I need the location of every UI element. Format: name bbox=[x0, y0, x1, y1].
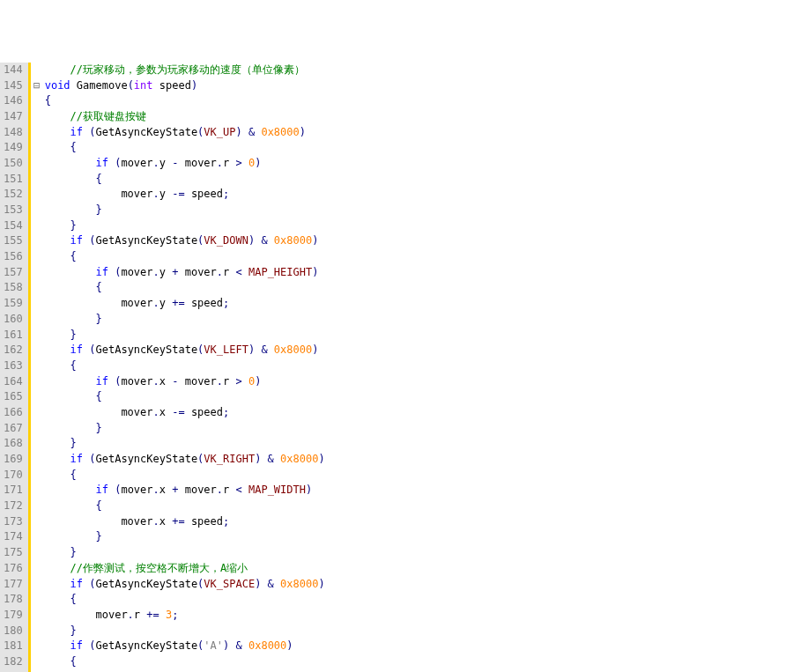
code-line[interactable]: } bbox=[45, 312, 325, 328]
token: speed bbox=[185, 188, 223, 200]
fold-marker bbox=[31, 125, 43, 141]
code-line[interactable]: { bbox=[45, 93, 325, 109]
code-line[interactable]: if (mover.y - mover.r > 0) bbox=[45, 156, 325, 172]
code-line[interactable]: if (GetAsyncKeyState(VK_UP) & 0x8000) bbox=[45, 125, 325, 141]
line-number: 166 bbox=[4, 405, 23, 421]
token: mover bbox=[178, 375, 216, 388]
token: } bbox=[95, 203, 101, 216]
line-number: 147 bbox=[4, 109, 23, 125]
token: 'A' bbox=[204, 639, 223, 652]
fold-column: ⊟ bbox=[31, 63, 43, 672]
token: > bbox=[236, 157, 242, 169]
token: ) bbox=[312, 234, 318, 247]
token: . bbox=[153, 484, 159, 496]
code-line[interactable]: if (mover.x + mover.r < MAP_WIDTH) bbox=[45, 483, 325, 498]
line-number: 157 bbox=[4, 265, 23, 281]
token: if bbox=[95, 157, 107, 169]
token bbox=[45, 437, 70, 449]
code-line[interactable]: if (GetAsyncKeyState(VK_LEFT) & 0x8000) bbox=[45, 343, 325, 358]
token: mover bbox=[178, 266, 216, 278]
code-line[interactable]: { bbox=[45, 654, 325, 670]
token: . bbox=[128, 609, 134, 621]
line-number-gutter: 1441451461471481491501511521531541551561… bbox=[0, 63, 28, 672]
code-line[interactable]: //玩家移动，参数为玩家移动的速度（单位像素） bbox=[45, 63, 325, 78]
token: . bbox=[217, 484, 223, 496]
token: { bbox=[70, 141, 77, 153]
token bbox=[45, 639, 70, 652]
code-line[interactable]: if (GetAsyncKeyState(VK_RIGHT) & 0x8000) bbox=[45, 452, 325, 468]
token: speed bbox=[153, 79, 191, 92]
token: ) bbox=[286, 639, 293, 652]
token: y bbox=[159, 188, 172, 200]
token: ( bbox=[89, 578, 95, 590]
fold-marker[interactable]: ⊟ bbox=[31, 78, 43, 94]
code-line[interactable]: if (GetAsyncKeyState(VK_SPACE) & 0x8000) bbox=[45, 577, 325, 593]
token bbox=[45, 499, 96, 512]
code-line[interactable]: mover.y += speed; bbox=[45, 296, 325, 312]
token: ) bbox=[318, 453, 324, 465]
token bbox=[242, 266, 248, 278]
token bbox=[268, 234, 274, 247]
token: mover bbox=[45, 609, 128, 621]
code-line[interactable]: } bbox=[45, 545, 325, 561]
line-number: 151 bbox=[4, 172, 23, 188]
token: ; bbox=[172, 609, 178, 621]
code-line[interactable]: mover.x += speed; bbox=[45, 514, 325, 530]
token: . bbox=[217, 266, 223, 278]
line-number: 163 bbox=[4, 358, 23, 374]
token: mover bbox=[178, 157, 216, 169]
code-line[interactable]: mover.r += 3; bbox=[45, 608, 325, 624]
code-line[interactable]: { bbox=[45, 389, 325, 405]
token bbox=[274, 578, 280, 590]
token bbox=[242, 484, 248, 496]
fold-marker bbox=[31, 343, 43, 358]
code-line[interactable]: } bbox=[45, 436, 325, 452]
token: > bbox=[236, 375, 242, 388]
token: GetAsyncKeyState bbox=[96, 639, 198, 652]
code-line[interactable]: if (mover.y + mover.r < MAP_HEIGHT) bbox=[45, 265, 325, 281]
token bbox=[261, 578, 267, 590]
code-line[interactable]: { bbox=[45, 140, 325, 156]
code-content[interactable]: //玩家移动，参数为玩家移动的速度（单位像素）void Gamemove(int… bbox=[43, 63, 325, 672]
line-number: 150 bbox=[4, 156, 23, 172]
fold-marker bbox=[31, 374, 43, 390]
token: if bbox=[95, 375, 107, 388]
line-number: 162 bbox=[4, 343, 23, 358]
token: y bbox=[159, 266, 172, 278]
code-line[interactable]: mover.y -= speed; bbox=[45, 187, 325, 203]
line-number: 174 bbox=[4, 529, 23, 545]
code-line[interactable]: { bbox=[45, 498, 325, 514]
code-line[interactable]: if (GetAsyncKeyState('A') & 0x8000) bbox=[45, 639, 325, 654]
code-line[interactable]: } bbox=[45, 328, 325, 343]
code-line[interactable]: //作弊测试，按空格不断增大，A缩小 bbox=[45, 561, 325, 577]
code-line[interactable]: //获取键盘按键 bbox=[45, 109, 325, 125]
token: { bbox=[95, 499, 101, 512]
token: mover bbox=[178, 484, 216, 496]
code-line[interactable]: } bbox=[45, 218, 325, 234]
code-line[interactable]: { bbox=[45, 249, 325, 265]
code-line[interactable]: } bbox=[45, 421, 325, 437]
code-line[interactable]: { bbox=[45, 280, 325, 296]
code-line[interactable]: { bbox=[45, 172, 325, 188]
code-line[interactable]: { bbox=[45, 592, 325, 608]
token bbox=[45, 375, 96, 388]
token: -= bbox=[172, 406, 184, 418]
token: if bbox=[70, 343, 83, 356]
fold-marker bbox=[31, 312, 43, 328]
token bbox=[45, 359, 70, 372]
code-line[interactable]: void Gamemove(int speed) bbox=[45, 78, 325, 94]
token bbox=[45, 530, 96, 543]
code-line[interactable]: if (GetAsyncKeyState(VK_DOWN) & 0x8000) bbox=[45, 233, 325, 249]
code-line[interactable]: if (mover.x - mover.r > 0) bbox=[45, 374, 325, 390]
token: += bbox=[146, 609, 159, 621]
token: mover bbox=[121, 375, 152, 388]
code-line[interactable]: } bbox=[45, 203, 325, 218]
code-line[interactable]: } bbox=[45, 624, 325, 639]
line-number: 158 bbox=[4, 280, 23, 296]
token: } bbox=[70, 329, 77, 341]
code-line[interactable]: } bbox=[45, 529, 325, 545]
code-line[interactable]: mover.x -= speed; bbox=[45, 405, 325, 421]
code-line[interactable]: { bbox=[45, 468, 325, 484]
code-line[interactable]: { bbox=[45, 358, 325, 374]
line-number: 171 bbox=[4, 483, 23, 498]
